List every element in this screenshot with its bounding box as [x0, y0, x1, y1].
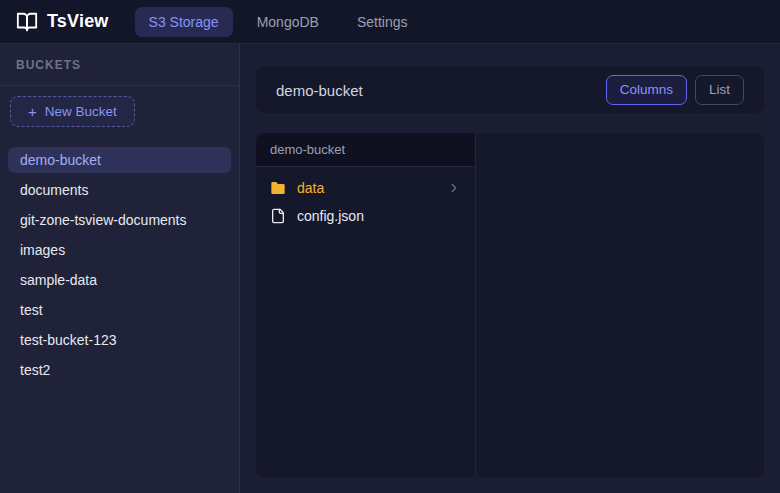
bucket-list: demo-bucket documents git-zone-tsview-do…	[0, 139, 239, 387]
sidebar: BUCKETS + New Bucket demo-bucket documen…	[0, 44, 240, 493]
tab-s3-storage[interactable]: S3 Storage	[135, 7, 233, 37]
file-row-data[interactable]: data	[256, 175, 475, 201]
new-bucket-label: New Bucket	[45, 104, 117, 119]
bucket-item-test[interactable]: test	[8, 297, 231, 323]
buckets-section-title: BUCKETS	[0, 44, 239, 86]
bucket-item-images[interactable]: images	[8, 237, 231, 263]
bucket-title: demo-bucket	[276, 82, 363, 99]
bucket-item-git-zone-tsview-documents[interactable]: git-zone-tsview-documents	[8, 207, 231, 233]
app-root: TsView S3 Storage MongoDB Settings BUCKE…	[0, 0, 780, 493]
tab-mongodb[interactable]: MongoDB	[243, 7, 333, 37]
book-open-icon	[16, 11, 38, 33]
bucket-item-test2[interactable]: test2	[8, 357, 231, 383]
file-name: config.json	[297, 208, 461, 224]
main-nav: S3 Storage MongoDB Settings	[135, 7, 422, 37]
bucket-toolbar: demo-bucket Columns List	[256, 67, 764, 113]
app-title: TsView	[47, 11, 109, 32]
bucket-item-documents[interactable]: documents	[8, 177, 231, 203]
bucket-item-test-bucket-123[interactable]: test-bucket-123	[8, 327, 231, 353]
tab-settings[interactable]: Settings	[343, 7, 422, 37]
view-toggle: Columns List	[606, 75, 744, 105]
file-row-config-json[interactable]: config.json	[256, 203, 475, 229]
plus-icon: +	[28, 104, 37, 119]
column-header: demo-bucket	[256, 133, 475, 167]
columns-view-button[interactable]: Columns	[606, 75, 687, 105]
topbar: TsView S3 Storage MongoDB Settings	[0, 0, 780, 44]
bucket-item-demo-bucket[interactable]: demo-bucket	[8, 147, 231, 173]
list-view-button[interactable]: List	[695, 75, 744, 105]
bucket-item-sample-data[interactable]: sample-data	[8, 267, 231, 293]
file-name: data	[297, 180, 447, 196]
file-icon	[270, 208, 286, 224]
app-logo: TsView	[16, 11, 109, 33]
file-rows: data config.json	[256, 167, 475, 239]
new-bucket-area: + New Bucket	[0, 86, 239, 139]
main-content: demo-bucket Columns List demo-bucket dat…	[240, 44, 780, 493]
folder-icon	[270, 180, 286, 196]
chevron-right-icon	[447, 181, 461, 195]
new-bucket-button[interactable]: + New Bucket	[10, 96, 135, 127]
files-panel: demo-bucket data	[256, 133, 764, 477]
app-body: BUCKETS + New Bucket demo-bucket documen…	[0, 44, 780, 493]
file-column: demo-bucket data	[256, 133, 476, 477]
